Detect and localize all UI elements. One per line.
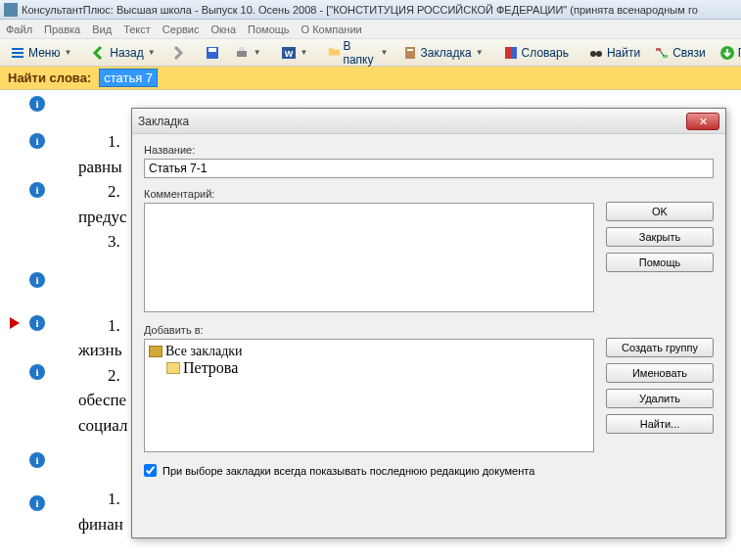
svg-rect-6 [239, 47, 245, 51]
forward-button[interactable] [163, 42, 191, 64]
svg-rect-1 [12, 52, 23, 54]
dictionary-button[interactable]: Словарь [497, 42, 575, 64]
dictionary-icon [503, 45, 519, 61]
chevron-down-icon: ▼ [148, 48, 156, 57]
svg-rect-4 [208, 48, 216, 52]
find-input[interactable] [99, 69, 158, 87]
find-bar: Найти слова: [0, 67, 741, 90]
comment-label: Комментарий: [144, 188, 594, 200]
name-input[interactable] [144, 159, 714, 178]
svg-rect-10 [407, 49, 413, 51]
save-button[interactable] [199, 42, 226, 64]
ok-button[interactable]: OK [606, 202, 714, 221]
title-bar: КонсультантПлюс: Высшая школа - Выпуск 1… [0, 0, 741, 20]
svg-text:W: W [284, 49, 293, 59]
window-title: КонсультантПлюс: Высшая школа - Выпуск 1… [22, 4, 698, 16]
arrow-down-icon [719, 45, 735, 61]
chevron-down-icon: ▼ [476, 48, 484, 57]
menu-file[interactable]: Файл [6, 23, 32, 35]
info-icon[interactable]: i [29, 133, 45, 149]
info-icon[interactable]: i [29, 495, 45, 511]
svg-rect-2 [12, 56, 23, 58]
svg-rect-0 [12, 48, 23, 50]
menu-view[interactable]: Вид [92, 23, 112, 35]
back-icon [91, 45, 107, 61]
chevron-down-icon: ▼ [381, 48, 389, 57]
chevron-down-icon: ▼ [301, 48, 308, 57]
flag-icon[interactable] [10, 317, 20, 329]
info-icon[interactable]: i [29, 452, 45, 468]
checkbox-label: При выборе закладки всегда показывать по… [162, 465, 534, 477]
links-button[interactable]: Связи [648, 42, 712, 64]
svg-rect-12 [511, 47, 517, 59]
print-button[interactable]: ▼ [228, 42, 267, 64]
comment-textarea[interactable] [144, 203, 594, 312]
find-bookmark-button[interactable]: Найти... [606, 414, 714, 434]
word-icon: W [281, 45, 297, 61]
tree-child[interactable]: Петрова [166, 359, 589, 377]
menu-text[interactable]: Текст [123, 23, 151, 35]
svg-rect-5 [237, 51, 247, 57]
folder-icon [149, 346, 162, 357]
menu-edit[interactable]: Правка [44, 23, 80, 35]
info-icon[interactable]: i [29, 182, 45, 198]
svg-rect-9 [405, 47, 415, 59]
info-icon[interactable]: i [29, 364, 45, 380]
menu-windows[interactable]: Окна [211, 23, 237, 35]
svg-rect-11 [505, 47, 511, 59]
close-dialog-button[interactable]: Закрыть [606, 227, 714, 247]
dialog-title: Закладка [138, 115, 189, 128]
close-button[interactable]: ✕ [686, 113, 719, 130]
app-icon [4, 3, 18, 17]
addto-label: Добавить в: [144, 324, 594, 336]
bookmark-dialog: Закладка ✕ Название: Комментарий: OK Зак… [131, 108, 726, 538]
save-icon [205, 45, 220, 61]
svg-point-14 [596, 51, 602, 57]
bookmark-icon [402, 45, 418, 61]
binoculars-icon [588, 45, 604, 61]
name-label: Название: [144, 144, 714, 156]
chevron-down-icon: ▼ [64, 48, 71, 57]
folder-icon [328, 45, 341, 61]
folder-button[interactable]: В папку ▼ [322, 36, 394, 70]
word-button[interactable]: W ▼ [275, 42, 314, 64]
menu-icon [10, 45, 25, 61]
info-icon[interactable]: i [29, 272, 45, 288]
menu-service[interactable]: Сервис [162, 23, 200, 35]
info-icon[interactable]: i [29, 96, 45, 112]
chevron-down-icon: ▼ [254, 48, 261, 57]
show-latest-checkbox[interactable] [144, 464, 157, 477]
toolbar: Меню ▼ Назад ▼ ▼ W ▼ В папку ▼ Закладка … [0, 39, 741, 67]
svg-point-13 [590, 51, 596, 57]
menu-button[interactable]: Меню ▼ [4, 42, 77, 64]
bookmark-button[interactable]: Закладка ▼ [396, 42, 489, 64]
links-icon [654, 45, 670, 61]
menu-help[interactable]: Помощь [248, 23, 290, 35]
svg-line-17 [660, 50, 664, 56]
create-group-button[interactable]: Создать группу [606, 338, 714, 357]
forward-icon [169, 45, 185, 61]
folder-open-icon [166, 362, 180, 374]
help-button[interactable]: Помощь [606, 253, 714, 272]
info-icon[interactable]: i [29, 315, 45, 331]
delete-button[interactable]: Удалить [606, 389, 714, 408]
back-button[interactable]: Назад ▼ [85, 42, 161, 64]
menu-about[interactable]: О Компании [301, 23, 362, 35]
rename-button[interactable]: Именовать [606, 363, 714, 383]
folder-tree[interactable]: Все закладки Петрова [144, 339, 594, 452]
find-button[interactable]: Найти [582, 42, 646, 64]
print-icon [234, 45, 250, 61]
tree-root[interactable]: Все закладки [149, 344, 589, 359]
dialog-titlebar: Закладка ✕ [132, 109, 725, 134]
po-button[interactable]: По [714, 42, 741, 64]
find-label: Найти слова: [8, 70, 91, 85]
